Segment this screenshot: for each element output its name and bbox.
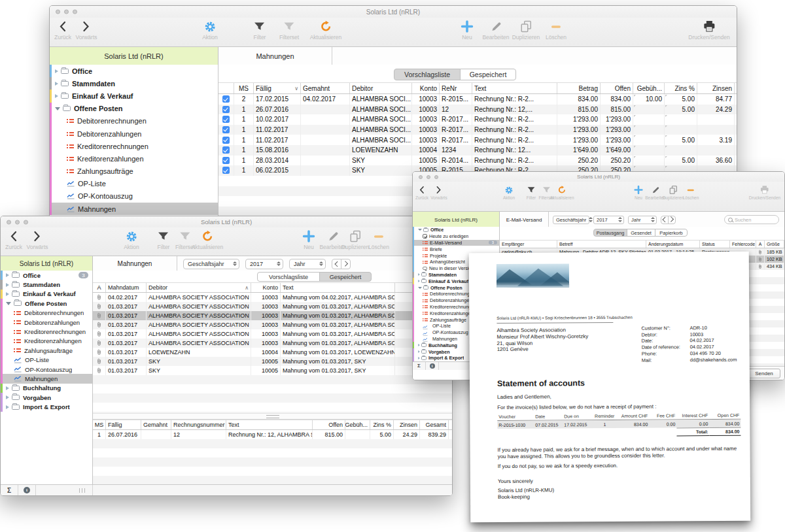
sidebar-item[interactable]: Debitorenrechnungen	[50, 115, 218, 127]
sidebar-item[interactable]: Mahnungen	[1, 374, 92, 383]
sidebar-item[interactable]: OP-Liste	[50, 178, 218, 190]
duplicate-button[interactable]: Duplizieren	[512, 20, 540, 41]
sidebar-item[interactable]: Kreditorenrechnungen	[1, 327, 92, 336]
zoom-button[interactable]	[24, 220, 28, 224]
disclosure-triangle-icon[interactable]	[418, 280, 420, 282]
traffic-lights[interactable]	[56, 10, 77, 14]
segment-gesendet[interactable]: Gesendet	[627, 229, 655, 237]
search-input[interactable]: Suchen	[724, 215, 779, 224]
row-checkbox[interactable]	[222, 157, 230, 164]
disclosure-triangle-icon[interactable]	[6, 273, 9, 277]
disclosure-triangle-icon[interactable]	[418, 357, 420, 359]
disclosure-triangle-icon[interactable]	[55, 107, 60, 110]
filter-button[interactable]: Filter	[158, 229, 170, 250]
delete-button[interactable]: Löschen	[683, 185, 699, 200]
disclosure-triangle-icon[interactable]	[418, 273, 420, 276]
traffic-lights[interactable]	[419, 175, 438, 179]
tab-mahnungen[interactable]: Mahnungen	[93, 256, 177, 271]
sidebar-item[interactable]: E-Mail-Versand 3	[413, 240, 499, 246]
segment-papierkorb[interactable]: Papierkorb	[655, 229, 688, 237]
table-row[interactable]: 115.08.2016 LOEWENZAHN100041234 Rechnung…	[218, 145, 737, 156]
sidebar-item[interactable]: Heute zu erledigen	[413, 233, 499, 240]
filter-button[interactable]: Filter	[525, 185, 537, 200]
table-row[interactable]: 01.03.2017SKY10005 Mahnung vom 01.03.201…	[93, 366, 452, 375]
sidebar-item[interactable]: Kreditorenrechnungen	[50, 140, 218, 152]
disclosure-triangle-icon[interactable]	[6, 292, 9, 296]
disclosure-triangle-icon[interactable]	[6, 283, 9, 287]
sum-button[interactable]: Σ	[413, 362, 426, 370]
unit-select[interactable]: Jahr	[289, 259, 326, 269]
print-send-button[interactable]: Drucken/Senden	[688, 20, 729, 41]
sidebar-item[interactable]: Briefe	[413, 246, 499, 252]
minimize-button[interactable]	[15, 220, 20, 224]
table-row[interactable]: 01.03.2017ALHAMBRA SOCIETY ASSOCIATION10…	[93, 339, 452, 348]
zoom-button[interactable]	[434, 175, 438, 179]
table-row[interactable]: 01.03.2017ALHAMBRA SOCIETY ASSOCIATION10…	[93, 311, 452, 320]
table-row[interactable]: 110.02.2017 ALHAMBRA SOCI...10003R-2017.…	[218, 114, 737, 125]
disclosure-triangle-icon[interactable]	[55, 82, 58, 86]
sidebar-item[interactable]: Offene Posten	[50, 103, 218, 115]
sidebar-item[interactable]: Offene Posten	[1, 299, 92, 308]
row-checkbox[interactable]	[222, 106, 230, 113]
sidebar-item[interactable]: Mahnungen	[50, 203, 218, 215]
sidebar-item[interactable]: Einkauf & Verkauf	[1, 290, 92, 299]
table-row[interactable]: 01.03.2017ALHAMBRA SOCIETY ASSOCIATION10…	[93, 302, 452, 311]
table-row[interactable]: 01.03.2017LOEWENZAHN10004 Mahnung vom 01…	[93, 348, 452, 357]
segment-gespeichert[interactable]: Gespeichert	[319, 272, 372, 282]
disclosure-triangle-icon[interactable]	[418, 344, 420, 346]
sidebar-item[interactable]: Kreditorenzahlungen	[50, 152, 218, 165]
sidebar-item[interactable]: OP-Kontoauszug	[1, 365, 92, 374]
forward-button[interactable]: Vorwärts	[430, 185, 447, 200]
disclosure-triangle-icon[interactable]	[418, 229, 422, 231]
table-row[interactable]: 128.03.2014 SKY10005R-2014... Rechnung N…	[218, 156, 737, 166]
minimize-button[interactable]	[64, 10, 69, 14]
tab-email-versand[interactable]: E-Mail-Versand	[500, 212, 549, 227]
titlebar[interactable]: Solaris Ltd (nRLR)	[1, 216, 452, 227]
new-button[interactable]: Neu	[633, 185, 645, 200]
previous-period-button[interactable]	[332, 259, 341, 269]
next-period-button[interactable]	[341, 259, 351, 269]
sidebar-item[interactable]: Office	[50, 65, 218, 77]
duplicate-button[interactable]: Duplizieren	[663, 185, 684, 200]
print-send-button[interactable]: Drucken/Senden	[749, 185, 780, 200]
close-button[interactable]	[7, 220, 11, 224]
next-period-button[interactable]	[668, 216, 676, 224]
forward-button[interactable]: Vorwärts	[26, 229, 48, 250]
sidebar-item[interactable]: OP-Liste	[1, 356, 92, 365]
tab-mahnungen[interactable]: Mahnungen	[218, 47, 332, 65]
disclosure-triangle-icon[interactable]	[6, 386, 9, 390]
row-checkbox[interactable]	[222, 116, 230, 123]
traffic-lights[interactable]	[7, 220, 28, 224]
year-select[interactable]: 2017	[245, 259, 283, 269]
sidebar-item[interactable]: Zahlungsaufträge	[1, 346, 92, 355]
forward-button[interactable]: Vorwärts	[75, 20, 97, 41]
segment-postausgang[interactable]: Postausgang	[593, 229, 627, 237]
table-row[interactable]: 111.02.2017 ALHAMBRA SOCI...10003R-2017.…	[218, 135, 737, 145]
sidebar-item[interactable]: Debitorenrechnungen	[1, 308, 92, 318]
disclosure-triangle-icon[interactable]	[55, 69, 58, 73]
year-select[interactable]: 2017	[593, 216, 624, 224]
delete-button[interactable]: Löschen	[546, 20, 567, 41]
period-mode-select[interactable]: Geschäftsjahr	[553, 216, 589, 224]
close-button[interactable]	[56, 10, 60, 14]
sidebar-item[interactable]: Debitorenzahlungen	[50, 127, 218, 140]
disclosure-triangle-icon[interactable]	[418, 350, 420, 353]
segment-gespeichert[interactable]: Gespeichert	[460, 69, 516, 80]
sidebar-item[interactable]: Stammdaten	[1, 280, 92, 289]
row-checkbox[interactable]	[222, 167, 230, 174]
table-row[interactable]: 126.07.2016 12Rechnung Nr.: 12, ALHAMBRA…	[93, 430, 452, 439]
action-button[interactable]: Aktion	[124, 229, 139, 250]
unit-select[interactable]: Jahr	[628, 216, 657, 224]
back-button[interactable]: Zurück	[415, 185, 428, 200]
minimize-button[interactable]	[427, 175, 430, 179]
refresh-button[interactable]: Aktualisieren	[310, 20, 342, 41]
row-checkbox[interactable]	[222, 137, 230, 144]
table-row[interactable]: 01.03.2017SKY10005 Mahnung vom 01.03.201…	[93, 357, 452, 366]
splitter-grip[interactable]	[266, 415, 279, 418]
back-button[interactable]: Zurück	[5, 229, 22, 250]
pane-splitter[interactable]	[93, 413, 452, 420]
sidebar-item[interactable]: Zahlungsaufträge	[50, 165, 218, 178]
close-button[interactable]	[419, 175, 423, 179]
table-row[interactable]: 01.03.2017ALHAMBRA SOCIETY ASSOCIATION10…	[93, 320, 452, 329]
row-checkbox[interactable]	[222, 146, 230, 154]
